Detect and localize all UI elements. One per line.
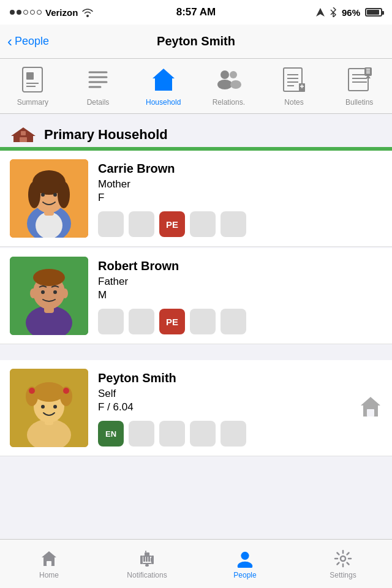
- svg-rect-79: [146, 554, 148, 562]
- svg-rect-78: [143, 556, 145, 562]
- person-role-robert: Father: [98, 276, 382, 288]
- settings-tab-icon: [333, 549, 353, 568]
- person-badges-robert: PE: [98, 309, 382, 334]
- badge-4[interactable]: [190, 211, 216, 237]
- status-time: 8:57 AM: [176, 6, 216, 18]
- wifi-icon: [81, 7, 94, 17]
- svg-point-83: [241, 551, 249, 559]
- people-tab-icon: [235, 549, 255, 568]
- bottom-tab-settings[interactable]: Settings: [294, 540, 392, 588]
- tab-summary[interactable]: Summary: [0, 59, 66, 113]
- battery-fill: [367, 10, 379, 15]
- badge-p5[interactable]: [221, 421, 246, 447]
- person-card-robert[interactable]: Robert Brown Father M PE: [0, 248, 392, 344]
- details-icon: [83, 65, 113, 94]
- svg-point-43: [58, 181, 70, 208]
- svg-point-38: [36, 212, 62, 238]
- person-gender-carrie: F: [98, 192, 382, 204]
- bottom-tab-notifications[interactable]: Notifications: [98, 540, 196, 588]
- avatar-peyton: [10, 369, 88, 447]
- svg-point-42: [28, 181, 40, 208]
- summary-tab-label: Summary: [17, 98, 48, 107]
- badge-5[interactable]: [221, 211, 246, 237]
- person-card-carrie[interactable]: Carrie Brown Mother F PE: [0, 151, 392, 247]
- badge-1[interactable]: [98, 211, 124, 237]
- tab-details[interactable]: Details: [66, 59, 131, 113]
- svg-point-14: [230, 71, 237, 78]
- location-icon: [316, 8, 325, 17]
- person-badges-carrie: PE: [98, 211, 382, 237]
- svg-point-15: [230, 80, 241, 89]
- svg-point-45: [53, 193, 57, 197]
- dot-3: [23, 10, 28, 15]
- carrier-label: Verizon: [45, 7, 78, 18]
- badge-r4[interactable]: [190, 309, 216, 334]
- relations-tab-label: Relations.: [213, 98, 245, 107]
- status-right: 96%: [316, 7, 382, 18]
- summary-icon: [18, 65, 47, 94]
- svg-rect-74: [143, 563, 151, 564]
- settings-tab-label: Settings: [330, 571, 356, 579]
- tab-notes[interactable]: Notes: [262, 59, 327, 113]
- svg-rect-80: [148, 556, 150, 562]
- person-info-carrie: Carrie Brown Mother F PE: [98, 159, 382, 237]
- badge-p2[interactable]: [129, 421, 154, 447]
- group-separator: [0, 345, 392, 360]
- household-icon: [149, 65, 178, 94]
- home-tab-label: Home: [39, 571, 59, 579]
- svg-rect-34: [20, 137, 27, 142]
- bulletins-icon: [345, 65, 374, 94]
- bottom-tab-people[interactable]: People: [196, 540, 294, 588]
- person-name-carrie: Carrie Brown: [98, 162, 382, 176]
- svg-point-53: [30, 288, 36, 298]
- badge-r-pe[interactable]: PE: [159, 309, 185, 334]
- badge-r2[interactable]: [129, 309, 154, 334]
- svg-rect-81: [151, 558, 153, 562]
- badge-p4[interactable]: [190, 421, 216, 447]
- section-header: Primary Household: [0, 126, 392, 147]
- person-card-peyton[interactable]: Peyton Smith Self F / 6.04 EN: [0, 360, 392, 456]
- home-indicator: [359, 395, 382, 421]
- svg-point-84: [238, 561, 252, 567]
- battery-percent: 96%: [342, 7, 360, 18]
- notes-icon: [279, 65, 309, 94]
- bottom-tab-bar: Home Notifications: [0, 539, 392, 588]
- svg-point-65: [53, 405, 57, 409]
- svg-point-50: [33, 269, 65, 286]
- svg-point-54: [62, 288, 68, 298]
- svg-rect-35: [21, 131, 26, 135]
- dot-4: [30, 10, 35, 15]
- badge-r1[interactable]: [98, 309, 124, 334]
- house-small-icon: [10, 126, 37, 143]
- tab-relations[interactable]: Relations.: [196, 59, 262, 113]
- badge-p3[interactable]: [159, 421, 185, 447]
- dot-2: [17, 10, 21, 15]
- svg-point-12: [221, 70, 229, 79]
- tab-household[interactable]: Household: [130, 59, 196, 113]
- back-button[interactable]: ‹ People: [7, 34, 49, 49]
- people-tab-label: People: [233, 571, 256, 579]
- tab-bulletins[interactable]: Bulletins: [326, 59, 392, 113]
- bluetooth-icon: [330, 7, 337, 17]
- svg-rect-76: [145, 564, 149, 567]
- person-gender-peyton: F / 6.04: [98, 401, 382, 413]
- signal-dots: [10, 10, 42, 15]
- badge-pe[interactable]: PE: [159, 211, 185, 237]
- svg-rect-10: [160, 82, 167, 91]
- badge-p-en[interactable]: EN: [98, 421, 124, 447]
- person-name-peyton: Peyton Smith: [98, 371, 382, 385]
- section-title: Primary Household: [44, 127, 168, 143]
- avatar-robert: [10, 257, 88, 335]
- chevron-left-icon: ‹: [7, 34, 12, 49]
- svg-point-62: [29, 388, 35, 394]
- badge-2[interactable]: [129, 211, 154, 237]
- dot-1: [10, 10, 15, 15]
- person-info-peyton: Peyton Smith Self F / 6.04 EN: [98, 369, 382, 447]
- page-title: Peyton Smith: [157, 34, 235, 48]
- svg-rect-69: [47, 561, 51, 566]
- bottom-tab-home[interactable]: Home: [0, 540, 98, 588]
- badge-r5[interactable]: [221, 309, 246, 334]
- svg-rect-77: [141, 558, 143, 562]
- svg-point-51: [41, 290, 45, 294]
- battery-icon: [365, 8, 382, 17]
